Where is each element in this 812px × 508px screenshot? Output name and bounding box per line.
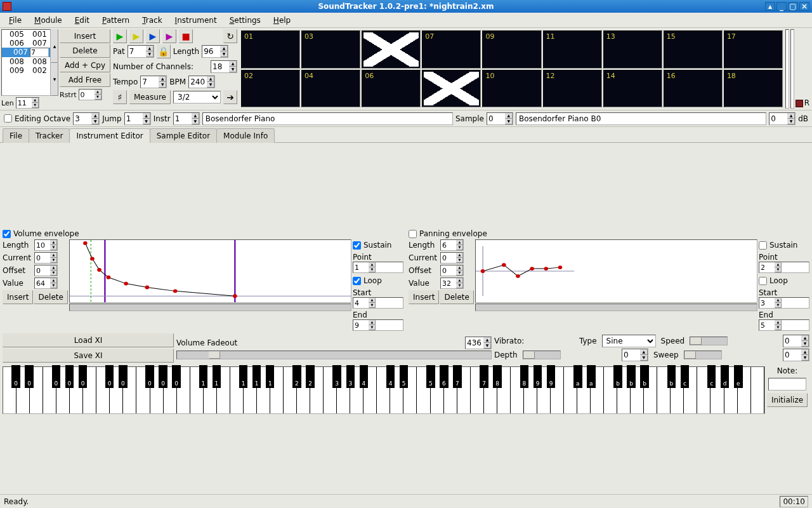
black-key[interactable]: 1	[252, 365, 261, 388]
track-07[interactable]: 07	[422, 30, 481, 69]
vib-speed-input[interactable]	[783, 337, 801, 345]
vib-speed-slider[interactable]	[690, 337, 728, 345]
black-key[interactable]: 1	[213, 365, 221, 388]
tab-instrument-editor[interactable]: Instrument Editor	[69, 128, 150, 143]
black-key[interactable]: 3	[332, 365, 341, 388]
order-list[interactable]: 005001006007007008008009002	[1, 29, 51, 96]
black-key[interactable]: 0	[159, 365, 167, 388]
black-key[interactable]: 5	[426, 365, 435, 388]
black-key[interactable]: a	[587, 365, 595, 388]
pat-input[interactable]	[128, 47, 146, 56]
track-16[interactable]: 16	[664, 70, 723, 108]
vol-env-check[interactable]	[3, 230, 11, 238]
order-row[interactable]: 008008	[2, 57, 50, 66]
insert-button[interactable]: Insert	[60, 29, 110, 43]
pan-point[interactable]	[759, 262, 775, 272]
track-12[interactable]: 12	[543, 70, 602, 108]
vol-point[interactable]	[353, 262, 369, 272]
black-key[interactable]: 9	[547, 365, 555, 388]
tempo-input[interactable]	[141, 77, 159, 86]
pan-loop-check[interactable]	[759, 277, 767, 285]
black-key[interactable]: 3	[346, 365, 355, 388]
minimize2-button[interactable]: _	[776, 2, 787, 11]
vib-sweep-input[interactable]	[783, 351, 801, 359]
black-key[interactable]: 0	[79, 365, 87, 388]
track-05[interactable]: 05	[362, 30, 421, 69]
vol-start[interactable]	[353, 298, 369, 308]
measure-button[interactable]: Measure	[129, 90, 171, 104]
note-input[interactable]	[768, 378, 806, 391]
volfade-input[interactable]	[466, 338, 483, 347]
menu-file[interactable]: File	[3, 14, 28, 27]
bpm-input[interactable]	[189, 77, 207, 86]
pan-sustain-check[interactable]	[759, 241, 767, 250]
measure-select[interactable]: 3/2	[173, 91, 221, 104]
load-xi-button[interactable]: Load XI	[3, 333, 174, 347]
black-key[interactable]: 1	[266, 365, 274, 388]
black-key[interactable]: b	[667, 365, 676, 388]
pan-start[interactable]	[759, 298, 775, 308]
editoct-check[interactable]	[4, 114, 12, 123]
tab-module-info[interactable]: Module Info	[216, 128, 275, 143]
black-key[interactable]: 0	[105, 365, 114, 388]
black-key[interactable]: 0	[52, 365, 60, 388]
menu-pattern[interactable]: Pattern	[96, 14, 136, 27]
menu-module[interactable]: Module	[28, 14, 69, 27]
apply-icon[interactable]: ➔	[223, 90, 237, 104]
black-key[interactable]: 0	[172, 365, 180, 388]
black-key[interactable]: 8	[520, 365, 528, 388]
editoct-input[interactable]	[74, 114, 91, 123]
pan-delete[interactable]: Delete	[440, 290, 473, 304]
numch-input[interactable]	[211, 62, 229, 71]
track-01[interactable]: 01	[241, 30, 300, 69]
black-key[interactable]: 2	[306, 365, 314, 388]
rstrt-input[interactable]	[79, 90, 95, 100]
pan-current[interactable]	[441, 253, 456, 263]
black-key[interactable]: 4	[386, 365, 395, 388]
track-03[interactable]: 03	[301, 30, 360, 69]
white-key[interactable]	[751, 367, 764, 413]
track-11[interactable]: 11	[543, 30, 602, 69]
order-down[interactable]: ▼	[51, 63, 58, 97]
sharp-icon[interactable]: ♯	[113, 90, 127, 104]
track-09[interactable]: 09	[482, 30, 541, 69]
vol-scroll[interactable]	[69, 304, 351, 311]
track-18[interactable]: 18	[724, 70, 783, 108]
black-key[interactable]: e	[734, 365, 742, 388]
vib-sweep-slider[interactable]	[684, 351, 722, 359]
vol-insert[interactable]: Insert	[3, 290, 33, 304]
stop-button[interactable]: ■	[179, 29, 193, 43]
track-08[interactable]: 08	[422, 70, 481, 108]
pan-insert[interactable]: Insert	[409, 290, 439, 304]
black-key[interactable]: a	[573, 365, 582, 388]
vol-end[interactable]	[353, 320, 369, 330]
track-10[interactable]: 10	[482, 70, 541, 108]
add-cpy-button[interactable]: Add + Cpy	[60, 58, 110, 72]
initialize-button[interactable]: Initialize	[767, 393, 808, 407]
menu-help[interactable]: Help	[267, 14, 297, 27]
pan-offset[interactable]	[441, 265, 456, 276]
minimize-button[interactable]: ▴	[765, 2, 775, 11]
pan-end[interactable]	[759, 320, 775, 330]
order-row[interactable]: 006007	[2, 39, 50, 48]
play-cursor-button[interactable]: ▶	[146, 29, 160, 43]
delete-button[interactable]: Delete	[60, 44, 110, 58]
loop-button[interactable]: ↻	[223, 29, 237, 43]
vol-loop-check[interactable]	[353, 277, 361, 285]
piano-keyboard[interactable]: 000000000011111223344556778899aabbbbccde	[3, 365, 765, 401]
black-key[interactable]: 0	[25, 365, 33, 388]
black-key[interactable]: c	[681, 365, 689, 388]
vol-env-graph[interactable]	[69, 239, 351, 303]
order-row[interactable]: 007	[2, 48, 50, 57]
save-xi-button[interactable]: Save XI	[3, 349, 174, 363]
vib-type-select[interactable]: Sine	[602, 335, 656, 347]
play-loop-button[interactable]: ▶	[162, 29, 176, 43]
track-13[interactable]: 13	[603, 30, 662, 69]
order-row[interactable]: 005001	[2, 30, 50, 39]
black-key[interactable]: 0	[11, 365, 20, 388]
lock-icon[interactable]: 🔒	[157, 44, 171, 58]
black-key[interactable]: b	[640, 365, 648, 388]
pan-scroll[interactable]	[475, 304, 757, 311]
black-key[interactable]: 7	[480, 365, 488, 388]
order-up[interactable]: ▲	[51, 29, 58, 63]
